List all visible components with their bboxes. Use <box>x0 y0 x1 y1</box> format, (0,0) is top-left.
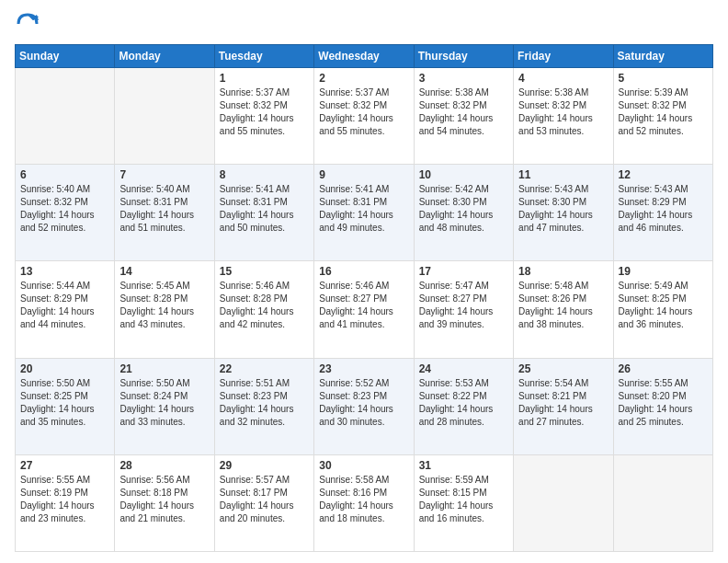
day-cell: 23Sunrise: 5:52 AM Sunset: 8:23 PM Dayli… <box>314 358 414 454</box>
day-info: Sunrise: 5:46 AM Sunset: 8:28 PM Dayligh… <box>220 280 309 331</box>
day-cell: 20Sunrise: 5:50 AM Sunset: 8:25 PM Dayli… <box>16 358 115 454</box>
day-info: Sunrise: 5:57 AM Sunset: 8:17 PM Dayligh… <box>220 474 309 525</box>
day-number: 16 <box>319 265 408 278</box>
day-info: Sunrise: 5:37 AM Sunset: 8:32 PM Dayligh… <box>220 86 309 138</box>
day-info: Sunrise: 5:43 AM Sunset: 8:29 PM Dayligh… <box>619 183 708 235</box>
day-number: 3 <box>419 72 508 85</box>
day-cell: 27Sunrise: 5:55 AM Sunset: 8:19 PM Dayli… <box>16 454 115 551</box>
day-number: 28 <box>119 459 209 472</box>
day-number: 4 <box>518 72 608 85</box>
day-cell: 25Sunrise: 5:54 AM Sunset: 8:21 PM Dayli… <box>514 358 613 454</box>
weekday-header-monday: Monday <box>115 45 214 68</box>
week-row-1: 1Sunrise: 5:37 AM Sunset: 8:32 PM Daylig… <box>16 68 713 165</box>
day-cell <box>16 68 115 165</box>
day-info: Sunrise: 5:44 AM Sunset: 8:29 PM Dayligh… <box>20 280 109 331</box>
day-cell: 28Sunrise: 5:56 AM Sunset: 8:18 PM Dayli… <box>115 454 214 551</box>
day-info: Sunrise: 5:54 AM Sunset: 8:21 PM Dayligh… <box>518 377 608 429</box>
day-info: Sunrise: 5:49 AM Sunset: 8:25 PM Dayligh… <box>619 280 708 331</box>
day-cell: 14Sunrise: 5:45 AM Sunset: 8:28 PM Dayli… <box>115 261 214 358</box>
week-row-2: 6Sunrise: 5:40 AM Sunset: 8:32 PM Daylig… <box>16 165 713 261</box>
logo-icon <box>15 11 40 37</box>
day-number: 30 <box>319 459 408 472</box>
day-cell: 10Sunrise: 5:42 AM Sunset: 8:30 PM Dayli… <box>414 165 513 261</box>
day-cell <box>514 454 613 551</box>
day-info: Sunrise: 5:46 AM Sunset: 8:27 PM Dayligh… <box>319 280 408 331</box>
weekday-header-row: SundayMondayTuesdayWednesdayThursdayFrid… <box>16 45 713 68</box>
day-number: 2 <box>319 72 408 85</box>
day-number: 5 <box>619 72 708 85</box>
day-info: Sunrise: 5:50 AM Sunset: 8:24 PM Dayligh… <box>119 377 209 429</box>
page: SundayMondayTuesdayWednesdayThursdayFrid… <box>0 0 728 563</box>
day-number: 22 <box>220 362 309 375</box>
day-info: Sunrise: 5:40 AM Sunset: 8:32 PM Dayligh… <box>20 183 109 235</box>
day-number: 26 <box>619 362 708 375</box>
day-cell: 18Sunrise: 5:48 AM Sunset: 8:26 PM Dayli… <box>514 261 613 358</box>
weekday-header-saturday: Saturday <box>613 45 712 68</box>
day-cell: 21Sunrise: 5:50 AM Sunset: 8:24 PM Dayli… <box>115 358 214 454</box>
day-info: Sunrise: 5:37 AM Sunset: 8:32 PM Dayligh… <box>319 86 408 138</box>
day-number: 25 <box>518 362 608 375</box>
day-cell: 2Sunrise: 5:37 AM Sunset: 8:32 PM Daylig… <box>314 68 414 165</box>
day-cell: 3Sunrise: 5:38 AM Sunset: 8:32 PM Daylig… <box>414 68 513 165</box>
day-number: 19 <box>619 265 708 278</box>
day-number: 8 <box>220 168 309 181</box>
day-info: Sunrise: 5:38 AM Sunset: 8:32 PM Dayligh… <box>419 86 508 138</box>
day-number: 11 <box>518 168 608 181</box>
day-cell: 13Sunrise: 5:44 AM Sunset: 8:29 PM Dayli… <box>16 261 115 358</box>
day-info: Sunrise: 5:39 AM Sunset: 8:32 PM Dayligh… <box>619 86 708 138</box>
day-cell: 4Sunrise: 5:38 AM Sunset: 8:32 PM Daylig… <box>514 68 613 165</box>
day-cell: 31Sunrise: 5:59 AM Sunset: 8:15 PM Dayli… <box>414 454 513 551</box>
day-cell: 17Sunrise: 5:47 AM Sunset: 8:27 PM Dayli… <box>414 261 513 358</box>
calendar: SundayMondayTuesdayWednesdayThursdayFrid… <box>15 44 713 552</box>
day-info: Sunrise: 5:47 AM Sunset: 8:27 PM Dayligh… <box>419 280 508 331</box>
day-info: Sunrise: 5:59 AM Sunset: 8:15 PM Dayligh… <box>419 474 508 525</box>
weekday-header-thursday: Thursday <box>414 45 513 68</box>
day-number: 10 <box>419 168 508 181</box>
day-number: 27 <box>20 459 109 472</box>
day-cell: 16Sunrise: 5:46 AM Sunset: 8:27 PM Dayli… <box>314 261 414 358</box>
day-number: 23 <box>319 362 408 375</box>
day-info: Sunrise: 5:43 AM Sunset: 8:30 PM Dayligh… <box>518 183 608 235</box>
day-info: Sunrise: 5:55 AM Sunset: 8:19 PM Dayligh… <box>20 474 109 525</box>
day-cell: 11Sunrise: 5:43 AM Sunset: 8:30 PM Dayli… <box>514 165 613 261</box>
day-number: 7 <box>119 168 209 181</box>
weekday-header-tuesday: Tuesday <box>214 45 313 68</box>
day-info: Sunrise: 5:41 AM Sunset: 8:31 PM Dayligh… <box>220 183 309 235</box>
day-info: Sunrise: 5:41 AM Sunset: 8:31 PM Dayligh… <box>319 183 408 235</box>
weekday-header-wednesday: Wednesday <box>314 45 414 68</box>
day-number: 15 <box>220 265 309 278</box>
day-cell: 5Sunrise: 5:39 AM Sunset: 8:32 PM Daylig… <box>613 68 712 165</box>
day-info: Sunrise: 5:45 AM Sunset: 8:28 PM Dayligh… <box>119 280 209 331</box>
day-cell: 7Sunrise: 5:40 AM Sunset: 8:31 PM Daylig… <box>115 165 214 261</box>
day-number: 17 <box>419 265 508 278</box>
day-cell <box>115 68 214 165</box>
day-number: 24 <box>419 362 508 375</box>
day-cell: 12Sunrise: 5:43 AM Sunset: 8:29 PM Dayli… <box>613 165 712 261</box>
day-cell: 29Sunrise: 5:57 AM Sunset: 8:17 PM Dayli… <box>214 454 313 551</box>
weekday-header-sunday: Sunday <box>16 45 115 68</box>
day-info: Sunrise: 5:55 AM Sunset: 8:20 PM Dayligh… <box>619 377 708 429</box>
day-cell: 15Sunrise: 5:46 AM Sunset: 8:28 PM Dayli… <box>214 261 313 358</box>
day-cell: 30Sunrise: 5:58 AM Sunset: 8:16 PM Dayli… <box>314 454 414 551</box>
day-cell: 26Sunrise: 5:55 AM Sunset: 8:20 PM Dayli… <box>613 358 712 454</box>
logo <box>15 11 44 37</box>
day-info: Sunrise: 5:48 AM Sunset: 8:26 PM Dayligh… <box>518 280 608 331</box>
day-number: 9 <box>319 168 408 181</box>
day-cell <box>613 454 712 551</box>
day-cell: 22Sunrise: 5:51 AM Sunset: 8:23 PM Dayli… <box>214 358 313 454</box>
day-number: 20 <box>20 362 109 375</box>
day-cell: 19Sunrise: 5:49 AM Sunset: 8:25 PM Dayli… <box>613 261 712 358</box>
day-number: 14 <box>119 265 209 278</box>
day-cell: 24Sunrise: 5:53 AM Sunset: 8:22 PM Dayli… <box>414 358 513 454</box>
day-number: 1 <box>220 72 309 85</box>
day-number: 6 <box>20 168 109 181</box>
day-info: Sunrise: 5:53 AM Sunset: 8:22 PM Dayligh… <box>419 377 508 429</box>
day-cell: 9Sunrise: 5:41 AM Sunset: 8:31 PM Daylig… <box>314 165 414 261</box>
day-number: 18 <box>518 265 608 278</box>
day-info: Sunrise: 5:42 AM Sunset: 8:30 PM Dayligh… <box>419 183 508 235</box>
day-cell: 6Sunrise: 5:40 AM Sunset: 8:32 PM Daylig… <box>16 165 115 261</box>
day-info: Sunrise: 5:40 AM Sunset: 8:31 PM Dayligh… <box>119 183 209 235</box>
day-number: 31 <box>419 459 508 472</box>
day-info: Sunrise: 5:58 AM Sunset: 8:16 PM Dayligh… <box>319 474 408 525</box>
day-info: Sunrise: 5:38 AM Sunset: 8:32 PM Dayligh… <box>518 86 608 138</box>
